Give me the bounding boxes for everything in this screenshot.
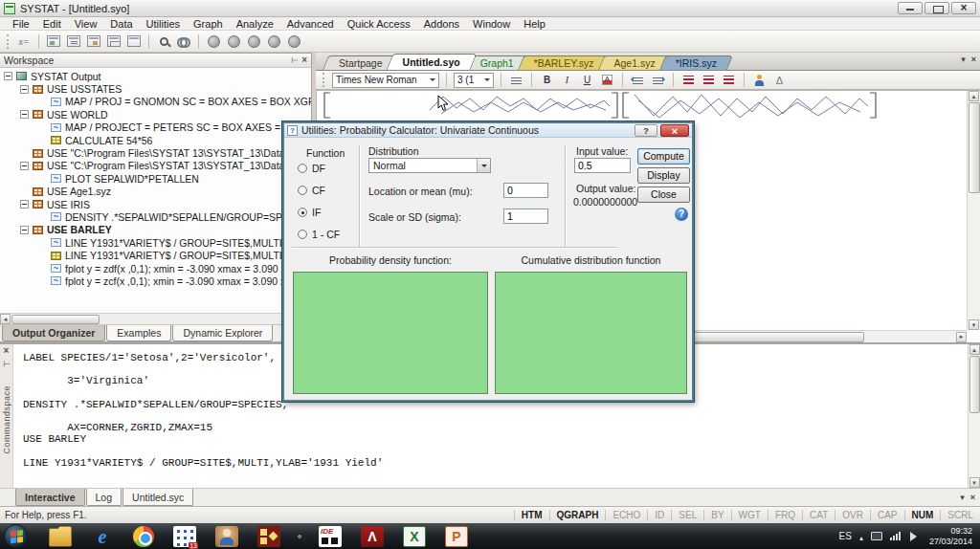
menu-item[interactable]: View xyxy=(68,18,104,30)
scroll-down-icon[interactable]: ▾ xyxy=(969,319,979,330)
tree-expander-icon[interactable] xyxy=(20,226,29,234)
close-document-icon[interactable] xyxy=(971,55,976,64)
chrome-icon[interactable] xyxy=(133,526,154,547)
tree-expander-icon[interactable] xyxy=(38,264,47,273)
document-tab[interactable]: *IRIS.syz xyxy=(662,55,730,70)
scroll-thumb[interactable] xyxy=(969,356,980,413)
menu-item[interactable]: Window xyxy=(466,18,517,30)
dialog-title-bar[interactable]: Utilities: Probability Calculator: Univa… xyxy=(284,123,692,138)
menu-item[interactable]: Help xyxy=(517,18,552,30)
tab-list-dropdown-icon[interactable] xyxy=(960,493,965,502)
tab-list-dropdown-icon[interactable] xyxy=(961,55,966,64)
status-indicator[interactable]: ID xyxy=(647,510,671,521)
scroll-thumb[interactable] xyxy=(969,102,980,193)
document-vscrollbar[interactable]: ▴ ▾ xyxy=(967,91,980,330)
find-icon[interactable] xyxy=(155,33,172,50)
chevron-down-icon[interactable] xyxy=(477,159,490,172)
status-indicator[interactable]: SCRL xyxy=(940,510,980,521)
workspace-tab[interactable]: Dynamic Explorer xyxy=(172,325,273,341)
status-indicator[interactable]: CAP xyxy=(870,510,904,521)
distribution-select[interactable]: Normal xyxy=(368,158,491,173)
menu-item[interactable]: Edit xyxy=(36,18,68,30)
status-indicator[interactable]: HTM xyxy=(514,510,549,521)
restore-button[interactable] xyxy=(924,2,949,14)
status-indicator[interactable]: SEL xyxy=(671,510,703,521)
outline-icon[interactable] xyxy=(508,73,524,88)
close-panel-icon[interactable] xyxy=(4,346,10,356)
scroll-thumb[interactable] xyxy=(11,315,100,324)
function-radio-row[interactable]: 1 - CF xyxy=(298,229,340,240)
close-pane-icon[interactable] xyxy=(970,493,975,502)
tree-expander-icon[interactable] xyxy=(20,187,29,196)
radio-icon[interactable] xyxy=(298,208,307,217)
internet-explorer-icon[interactable] xyxy=(91,526,114,547)
document-tab[interactable]: Startpage xyxy=(325,55,396,70)
tree-expander-icon[interactable] xyxy=(20,200,29,209)
tree-item[interactable]: DENSITY .*SEPALWID*SEPALLEN/GROUP=SPECIE… xyxy=(0,210,311,223)
bold-icon[interactable]: B xyxy=(539,73,555,88)
status-indicator[interactable]: QGRAPH xyxy=(549,510,606,521)
tree-item[interactable]: SYSTAT Output xyxy=(0,70,311,82)
tree-item[interactable]: LINE Y1931*VARIETY$ / GROUP=SITE$,MULTI,… xyxy=(0,236,311,249)
workspace-tab[interactable]: Output Organizer xyxy=(2,325,105,341)
tree-expander-icon[interactable] xyxy=(38,123,47,132)
align-right-icon[interactable] xyxy=(721,73,737,88)
tree-item[interactable]: USE USSTATES xyxy=(0,82,311,95)
menu-item[interactable]: Quick Access xyxy=(341,18,417,30)
align-left-icon[interactable] xyxy=(680,73,697,88)
menu-item[interactable]: Data xyxy=(103,18,139,30)
radio-icon[interactable] xyxy=(298,186,307,195)
radio-icon[interactable] xyxy=(298,230,307,239)
command-tab[interactable]: Untitled.syc xyxy=(122,489,193,506)
tree-expander-icon[interactable] xyxy=(38,212,47,221)
tree-item[interactable]: USE "C:\Program Files\SYSTAT 13\SYSTAT_1… xyxy=(0,146,311,159)
equation-icon[interactable]: x= xyxy=(15,33,33,50)
dialog-close-button[interactable] xyxy=(660,124,689,137)
tree-item[interactable]: fplot y = zcf(x ,0,1); xmin = -3.090 xma… xyxy=(0,274,311,287)
status-indicator[interactable]: OVR xyxy=(835,510,870,521)
menu-item[interactable]: Utilities xyxy=(140,18,187,30)
add-node-icon[interactable] xyxy=(85,33,102,50)
excel-icon[interactable] xyxy=(403,526,426,547)
italic-icon[interactable]: I xyxy=(559,73,575,88)
systat-app-icon[interactable] xyxy=(257,526,280,547)
indent-decrease-icon[interactable] xyxy=(630,73,646,88)
scroll-down-icon[interactable]: ▾ xyxy=(969,477,980,488)
command-vscrollbar[interactable]: ▴ ▾ xyxy=(968,344,980,488)
clock[interactable]: 09:32 27/03/2014 xyxy=(929,526,972,547)
powerpoint-icon[interactable] xyxy=(445,526,468,547)
tree-expander-icon[interactable] xyxy=(38,98,47,106)
tree-expander-icon[interactable] xyxy=(38,238,47,247)
sphere-icon-2[interactable] xyxy=(225,33,242,50)
close-dialog-button[interactable]: Close xyxy=(637,187,690,203)
status-indicator[interactable]: CAT xyxy=(802,510,835,521)
tree-item[interactable]: USE IRIS xyxy=(0,198,311,210)
radio-icon[interactable] xyxy=(298,164,307,173)
tree-item[interactable]: USE "C:\Program Files\SYSTAT 13\SYSTAT_1… xyxy=(0,160,311,172)
font-size-select[interactable]: 3 (1 xyxy=(454,73,494,88)
function-radio-row[interactable]: CF xyxy=(298,185,325,196)
pin-icon[interactable] xyxy=(2,361,11,368)
workspace-hscrollbar[interactable]: ◂ xyxy=(0,313,311,324)
scroll-right-icon[interactable]: ▸ xyxy=(956,332,967,342)
link-icon[interactable] xyxy=(175,33,192,50)
tree-item[interactable]: MAP / PROJ = GNOMON SC = BOX AXES = BOX … xyxy=(0,96,311,108)
function-radio-row[interactable]: IF xyxy=(298,207,321,218)
command-tab[interactable]: Log xyxy=(86,489,122,506)
sphere-icon-3[interactable] xyxy=(245,33,262,50)
organize-windows-icon[interactable] xyxy=(105,33,122,50)
tree-item[interactable]: USE WORLD xyxy=(0,108,311,121)
display-button[interactable]: Display xyxy=(637,167,690,184)
language-indicator[interactable]: ES xyxy=(839,531,852,541)
function-radio-row[interactable]: DF xyxy=(298,163,325,174)
document-tab[interactable]: Untitled.syo xyxy=(390,54,474,70)
systat-13-icon[interactable] xyxy=(173,526,196,547)
insert-person-icon[interactable] xyxy=(751,73,768,88)
dialog-help-button[interactable] xyxy=(635,124,657,137)
menu-item[interactable]: Analyze xyxy=(230,18,280,30)
tray-expand-icon[interactable] xyxy=(859,531,863,542)
command-tab[interactable]: Interactive xyxy=(15,489,85,506)
align-center-icon[interactable] xyxy=(701,73,717,88)
explorer-icon[interactable] xyxy=(49,526,72,547)
sphere-icon-5[interactable] xyxy=(285,33,302,50)
